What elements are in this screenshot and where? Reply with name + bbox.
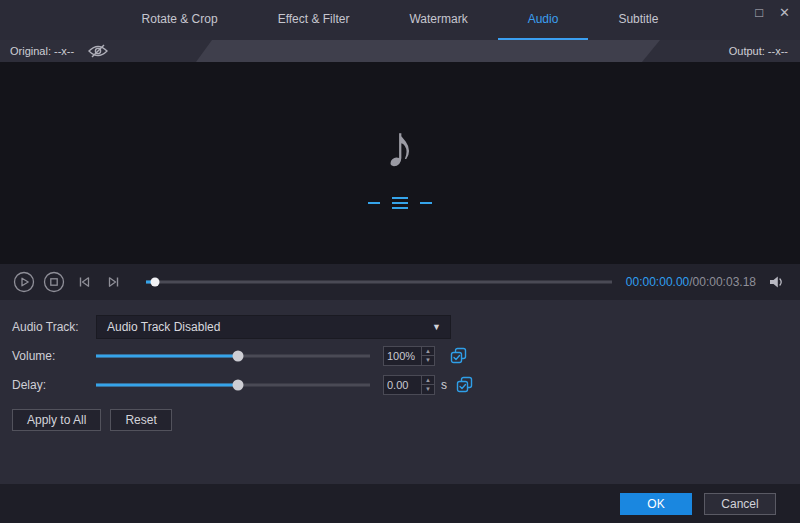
footer-bar: OK Cancel (0, 484, 800, 523)
volume-slider[interactable] (96, 345, 370, 367)
delay-spinbox: ▲ ▼ (383, 375, 435, 395)
total-time: 00:00:03.18 (693, 275, 756, 289)
volume-spin-buttons: ▲ ▼ (421, 347, 434, 365)
current-time: 00:00:00.00 (626, 275, 689, 289)
stop-button[interactable] (42, 270, 66, 294)
volume-spinbox: ▲ ▼ (383, 346, 435, 366)
time-display: 00:00:00.00/00:00:03.18 (626, 275, 756, 289)
tab-audio[interactable]: Audio (498, 0, 589, 40)
chevron-down-icon: ▼ (432, 322, 441, 332)
audio-equalizer-icon (368, 197, 432, 209)
volume-slider-handle[interactable] (233, 350, 244, 361)
reset-button[interactable]: Reset (110, 409, 171, 431)
spin-up-icon[interactable]: ▲ (422, 376, 434, 386)
volume-label: Volume: (12, 349, 96, 363)
audio-editor-window: Rotate & Crop Effect & Filter Watermark … (0, 0, 800, 523)
delay-apply-to-all-icon[interactable] (455, 376, 473, 394)
delay-label: Delay: (12, 378, 96, 392)
apply-to-all-button[interactable]: Apply to All (12, 409, 101, 431)
volume-apply-to-all-icon[interactable] (449, 347, 467, 365)
tab-bar: Rotate & Crop Effect & Filter Watermark … (0, 0, 800, 40)
preview-toggle-eye-off-icon[interactable] (88, 44, 108, 58)
delay-slider-fill (96, 383, 238, 386)
progress-handle[interactable] (151, 278, 160, 287)
preview-area: ♪ (0, 62, 800, 264)
panel-buttons-row: Apply to All Reset (12, 409, 788, 431)
window-controls: □ ✕ (755, 0, 790, 40)
play-button[interactable] (12, 270, 36, 294)
spin-down-icon[interactable]: ▼ (422, 356, 434, 365)
tabs: Rotate & Crop Effect & Filter Watermark … (112, 0, 689, 40)
delay-slider[interactable] (96, 374, 370, 396)
delay-input[interactable] (384, 376, 421, 394)
tab-subtitle[interactable]: Subtitle (588, 0, 688, 40)
volume-row: Volume: ▲ ▼ (12, 341, 788, 370)
tab-watermark[interactable]: Watermark (379, 0, 497, 40)
original-resolution-label: Original: --x-- (10, 45, 74, 57)
player-bar: 00:00:00.00/00:00:03.18 (0, 264, 800, 300)
delay-unit-label: s (441, 378, 447, 392)
tab-rotate-crop[interactable]: Rotate & Crop (112, 0, 248, 40)
original-resolution-tab: Original: --x-- (0, 40, 212, 62)
next-frame-button[interactable] (102, 270, 126, 294)
delay-row: Delay: ▲ ▼ s (12, 370, 788, 399)
output-resolution-tab: Output: --x-- (642, 40, 800, 62)
previous-frame-button[interactable] (72, 270, 96, 294)
ok-button[interactable]: OK (620, 493, 692, 515)
progress-track[interactable] (146, 281, 612, 284)
delay-slider-handle[interactable] (233, 379, 244, 390)
volume-slider-fill (96, 354, 238, 357)
audio-settings-panel: Audio Track: Audio Track Disabled ▼ Volu… (0, 300, 800, 484)
volume-input[interactable] (384, 347, 421, 365)
spin-up-icon[interactable]: ▲ (422, 347, 434, 357)
delay-spin-buttons: ▲ ▼ (421, 376, 434, 394)
close-icon[interactable]: ✕ (779, 6, 790, 20)
audio-track-row: Audio Track: Audio Track Disabled ▼ (12, 312, 788, 341)
resolution-bar: Original: --x-- Output: --x-- (0, 40, 800, 62)
cancel-button[interactable]: Cancel (704, 493, 776, 515)
playback-progress-slider[interactable] (146, 271, 612, 293)
output-resolution-label: Output: --x-- (729, 45, 788, 57)
maximize-icon[interactable]: □ (755, 6, 763, 20)
audio-track-label: Audio Track: (12, 320, 96, 334)
audio-track-select[interactable]: Audio Track Disabled ▼ (96, 315, 451, 339)
audio-track-selected-value: Audio Track Disabled (107, 320, 220, 334)
volume-speaker-icon[interactable] (766, 271, 788, 293)
spin-down-icon[interactable]: ▼ (422, 385, 434, 394)
music-note-icon: ♪ (385, 117, 415, 177)
tab-effect-filter[interactable]: Effect & Filter (248, 0, 380, 40)
